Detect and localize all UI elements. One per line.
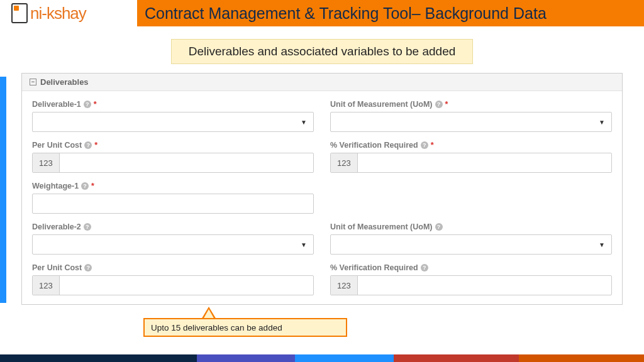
uom2-select[interactable]: ▼ [330,234,612,255]
deliverables-panel: − Deliverables Deliverable-1?* ▼ Unit of… [21,73,623,305]
required-mark: * [94,141,97,150]
logo-text: ni-kshay [30,4,86,23]
perunit2-input[interactable]: 123 [32,275,314,295]
addon-123: 123 [331,276,358,295]
perunit1-label: Per Unit Cost [32,141,82,150]
chevron-down-icon: ▼ [301,241,307,248]
collapse-icon[interactable]: − [30,79,36,85]
callout-pointer [201,307,216,319]
footer-stripes [0,354,644,362]
weight1-label: Weightage-1 [32,182,79,190]
verify1-input[interactable]: 123 [330,153,612,173]
help-icon[interactable]: ? [421,264,428,272]
page-title: Contract Management & Tracking Tool– Bac… [137,0,644,26]
chevron-down-icon: ▼ [599,241,605,248]
panel-header[interactable]: − Deliverables [22,74,622,91]
panel-title: Deliverables [40,77,89,87]
verify2-label: % Verification Required [330,263,418,272]
verify2-input[interactable]: 123 [330,275,612,295]
required-mark: * [91,182,94,190]
help-icon[interactable]: ? [84,101,91,108]
required-mark: * [445,100,448,109]
perunit2-label: Per Unit Cost [32,263,82,272]
required-mark: * [431,141,434,150]
required-mark: * [94,100,97,109]
addon-123: 123 [331,153,358,172]
help-icon[interactable]: ? [435,223,443,231]
help-icon[interactable]: ? [84,264,92,272]
phone-icon [11,3,28,23]
deliverable1-select[interactable]: ▼ [32,112,314,132]
weight1-input[interactable] [32,194,314,214]
uom1-select[interactable]: ▼ [330,112,612,132]
deliverable2-label: Deliverable-2 [32,222,81,231]
uom2-label: Unit of Measurement (UoM) [330,222,433,231]
logo-area: ni-kshay [0,0,137,26]
help-icon[interactable]: ? [435,101,443,108]
verify1-label: % Verification Required [330,141,418,150]
deliverable1-label: Deliverable-1 [32,100,81,109]
chevron-down-icon: ▼ [599,119,605,126]
help-icon[interactable]: ? [84,223,91,231]
help-icon[interactable]: ? [84,141,92,149]
chevron-down-icon: ▼ [301,119,307,126]
accent-bar [0,77,6,303]
addon-123: 123 [33,276,60,295]
perunit1-input[interactable]: 123 [32,153,314,173]
addon-123: 123 [33,153,60,172]
subtitle: Deliverables and associated variables to… [171,39,473,64]
help-icon[interactable]: ? [421,141,428,149]
deliverable2-select[interactable]: ▼ [32,234,314,255]
help-icon[interactable]: ? [81,182,89,190]
uom1-label: Unit of Measurement (UoM) [330,100,433,109]
callout-note: Upto 15 deliverables can be added [143,318,347,337]
